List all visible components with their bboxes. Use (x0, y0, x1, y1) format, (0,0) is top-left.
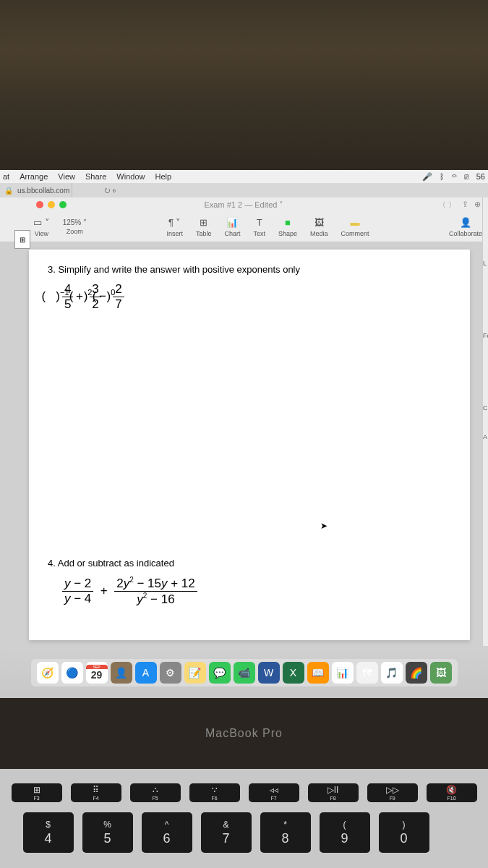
q3-prompt: 3. Simplify and write the answer with po… (48, 264, 451, 275)
comment-button[interactable]: ▬ Comment (341, 217, 369, 237)
chart-button[interactable]: 📊 Chart (224, 217, 240, 237)
table-button[interactable]: ⊞ Table (196, 217, 212, 237)
key-f7[interactable]: ◃◃F7 (249, 783, 299, 802)
macbook-pro-label: MacBook Pro (0, 698, 488, 769)
battery-pct: 56 (476, 172, 485, 181)
dock-safari-icon[interactable]: 🧭 (37, 662, 59, 684)
dock-excel-icon[interactable]: X (283, 662, 304, 684)
share-icon[interactable]: ⇪ (462, 200, 468, 210)
dock-notes-icon[interactable]: 📝 (184, 662, 206, 684)
dock-chrome-icon[interactable]: 🔵 (61, 662, 83, 684)
q3-expression: 45( )−1 + 32( )2 − 27( )0 (62, 282, 451, 312)
maximize-window-button[interactable] (59, 201, 67, 208)
dock-settings-icon[interactable]: ⚙ (160, 662, 181, 684)
page-thumbnail[interactable]: ⊞ (14, 230, 30, 249)
dock-appstore-icon[interactable]: A (135, 662, 157, 684)
collaborate-button[interactable]: 👤 Collaborate (449, 217, 482, 237)
dock-numbers-icon[interactable]: 📊 (332, 662, 354, 684)
key-f10[interactable]: 🔇F10 (427, 783, 477, 802)
document-canvas: 3. Simplify and write the answer with po… (0, 242, 488, 647)
zoom-dropdown[interactable]: 125% ˅ Zoom (63, 218, 87, 235)
navigate-icon[interactable]: 〈 〉 (438, 200, 456, 210)
key-0[interactable]: )0 (379, 812, 429, 853)
function-key-row: ⊞F3 ⠿F4 ∴F5 ∵F6 ◃◃F7 ▷IIF8 ▷▷F9 🔇F10 (7, 783, 481, 802)
document-title[interactable]: Exam #1 2 — Edited ˅ (205, 200, 284, 210)
media-button[interactable]: 🖼 Media (310, 217, 328, 237)
dock-area: 🧭 🔵 SEP 29 👤 A ⚙ 📝 💬 📹 W X 📖 📊 🗺 🎵 🌈 🖼 (0, 647, 488, 698)
reload-icon[interactable]: ⭮ ↻ (75, 187, 145, 194)
mouse-cursor: ➤ (320, 521, 328, 531)
dock-itunes-icon[interactable]: 🎵 (381, 662, 403, 684)
q4-expression: y − 2y − 4 + 2y2 − 15y + 12y2 − 16 (62, 576, 451, 606)
key-5[interactable]: %5 (82, 812, 133, 853)
toolbar: ▭ ˅ View 125% ˅ Zoom ¶ ˅ Insert ⊞ Table … (0, 212, 488, 242)
dock: 🧭 🔵 SEP 29 👤 A ⚙ 📝 💬 📹 W X 📖 📊 🗺 🎵 🌈 🖼 (31, 659, 458, 686)
insert-button[interactable]: ¶ ˅ Insert (166, 217, 183, 237)
key-f4[interactable]: ⠿F4 (71, 783, 121, 802)
shape-button[interactable]: ■ Shape (278, 217, 297, 237)
key-f9[interactable]: ▷▷F9 (367, 783, 418, 802)
menu-item-window[interactable]: Window (116, 172, 145, 181)
bluetooth-icon[interactable]: ᛒ (440, 172, 445, 181)
browser-tabbar: 🔒 us.bbcollab.com ⭮ ↻ (0, 183, 488, 197)
key-6[interactable]: ^6 (142, 812, 192, 853)
key-8[interactable]: *8 (260, 812, 311, 853)
dock-contacts-icon[interactable]: 👤 (111, 662, 132, 684)
key-f5[interactable]: ∴F5 (130, 783, 181, 802)
pages-window: Exam #1 2 — Edited ˅ 〈 〉 ⇪ ⊕ ▭ ˅ View 12… (0, 197, 488, 647)
key-f8[interactable]: ▷IIF8 (308, 783, 359, 802)
document-page[interactable]: 3. Simplify and write the answer with po… (29, 250, 470, 640)
dock-maps-icon[interactable]: 🗺 (356, 662, 378, 684)
tips-icon[interactable]: ⊕ (474, 200, 481, 210)
key-9[interactable]: (9 (320, 812, 370, 853)
ambient-background (0, 0, 488, 170)
mic-icon[interactable]: 🎤 (422, 172, 432, 182)
question-3: 3. Simplify and write the answer with po… (48, 264, 451, 312)
dock-photos-icon[interactable]: 🌈 (406, 662, 427, 684)
dock-word-icon[interactable]: W (258, 662, 280, 684)
dock-facetime-icon[interactable]: 📹 (234, 662, 255, 684)
number-key-row: $4 %5 ^6 &7 *8 (9 )0 (0, 812, 481, 853)
menubar: at Arrange View Share Window Help 🎤 ᛒ ⌔ … (0, 170, 488, 183)
tab-label: us.bbcollab.com (17, 187, 69, 195)
key-f6[interactable]: ∵F6 (189, 783, 240, 802)
question-4: 4. Add or subtract as indicated y − 2y −… (48, 558, 451, 606)
dock-calendar-icon[interactable]: SEP 29 (86, 662, 108, 684)
text-button[interactable]: T Text (253, 217, 265, 237)
dock-ibooks-icon[interactable]: 📖 (307, 662, 329, 684)
q4-prompt: 4. Add or subtract as indicated (48, 558, 451, 569)
dock-preview-icon[interactable]: 🖼 (430, 662, 452, 684)
dock-messages-icon[interactable]: 💬 (209, 662, 231, 684)
minimize-window-button[interactable] (48, 201, 55, 208)
menu-item-arrange[interactable]: Arrange (20, 172, 48, 181)
close-window-button[interactable] (36, 201, 43, 208)
view-menu-button[interactable]: ▭ ˅ View (33, 217, 50, 237)
key-f3[interactable]: ⊞F3 (12, 783, 62, 802)
key-4[interactable]: $4 (23, 812, 74, 853)
lock-icon: 🔒 (4, 187, 13, 195)
wifi-icon[interactable]: ⌔ (452, 172, 457, 181)
key-7[interactable]: &7 (201, 812, 252, 853)
menu-item-help[interactable]: Help (155, 172, 171, 181)
browser-tab-bbcollab[interactable]: 🔒 us.bbcollab.com (0, 183, 72, 197)
format-inspector[interactable]: L Fo C A (482, 197, 488, 646)
menu-item-share[interactable]: Share (85, 172, 106, 181)
keyboard: ⊞F3 ⠿F4 ∴F5 ∵F6 ◃◃F7 ▷IIF8 ▷▷F9 🔇F10 $4 … (0, 769, 488, 868)
menu-item-view[interactable]: View (58, 172, 75, 181)
screen-mirror-icon[interactable]: ⎚ (464, 172, 469, 181)
menu-item-app[interactable]: at (3, 172, 9, 181)
titlebar: Exam #1 2 — Edited ˅ 〈 〉 ⇪ ⊕ (0, 197, 488, 212)
